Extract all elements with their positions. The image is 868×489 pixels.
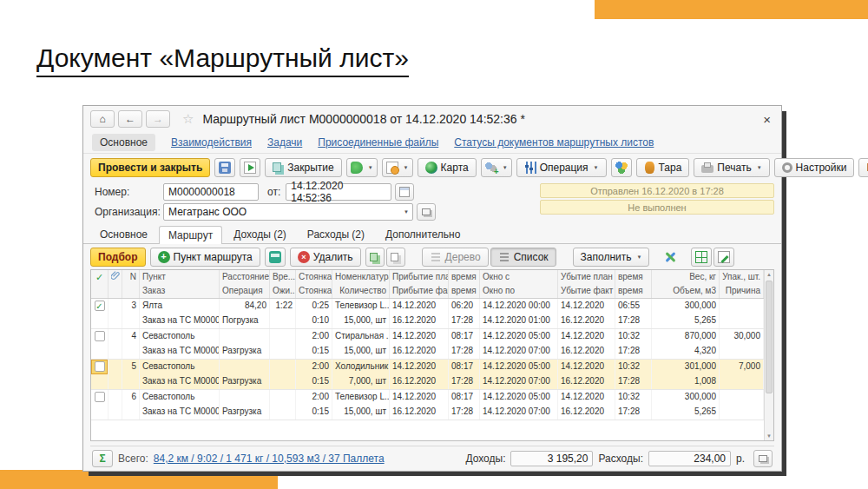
table-cell[interactable] [108, 390, 122, 405]
table-cell[interactable] [270, 374, 296, 389]
printer-button[interactable]: Печать▼ [694, 158, 769, 177]
table-cell[interactable]: 84,20 [220, 299, 270, 314]
more-button[interactable]: Еще▼ [858, 158, 868, 177]
table-cell[interactable] [122, 405, 140, 420]
table-cell[interactable]: 15,000, шт [332, 314, 390, 328]
table-cell[interactable]: 4 [122, 329, 140, 344]
table-cell[interactable]: 14.12.2020 07:00 [480, 405, 558, 420]
table-cell[interactable]: 17:28 [449, 314, 480, 328]
open-organization-button[interactable] [417, 203, 436, 221]
table-cell[interactable]: 1:22 [270, 299, 296, 314]
table-cell[interactable]: 14.12.2020 [390, 299, 449, 314]
scroll-up-icon[interactable]: ▲ [765, 270, 773, 279]
table-cell[interactable]: 4,320 [652, 344, 720, 359]
table-cell[interactable]: Севастополь [140, 390, 220, 405]
table-cell[interactable]: 1,008 [652, 374, 720, 389]
home-icon[interactable]: ⌂ [90, 110, 115, 128]
post-document-button[interactable] [240, 158, 260, 177]
table-cell[interactable]: Телевизор L... [332, 390, 390, 405]
copy-button[interactable] [365, 248, 385, 267]
table-cell[interactable]: ✓ [91, 299, 108, 314]
table-cell[interactable]: 14.12.2020 05:00 [480, 360, 558, 374]
table-cell[interactable]: Севастополь [140, 360, 220, 374]
delete-button[interactable]: ×Удалить [290, 248, 361, 267]
scrollbar-thumb[interactable] [766, 281, 773, 393]
table-cell[interactable]: 0:15 [296, 344, 332, 359]
nav-link[interactable]: Задачи [267, 136, 302, 149]
table-cell[interactable] [122, 344, 140, 359]
totals-link[interactable]: 84,2 км / 9:02 / 1 471 кг / 10,593 м3 / … [154, 453, 385, 465]
table-cell[interactable] [220, 390, 270, 405]
table-row[interactable]: 4Севастополь2:00Стиральная ...14.12.2020… [91, 329, 764, 360]
doc-tab[interactable]: Маршрут [159, 226, 222, 244]
gear-button[interactable]: Настройки [774, 158, 855, 177]
post-and-close-button[interactable]: Провести и закрыть [90, 158, 210, 177]
table-cell[interactable]: 16.12.2020 [390, 374, 449, 389]
table-cell[interactable]: 6 [122, 390, 140, 405]
save-button[interactable] [214, 158, 235, 177]
table-cell[interactable]: Разгрузка [220, 374, 270, 389]
table-cell[interactable]: Заказ на ТС М0000... [140, 314, 220, 328]
table-cell[interactable]: 0:25 [296, 299, 332, 314]
table-cell[interactable] [91, 344, 108, 359]
table-cell[interactable] [720, 374, 764, 389]
table-cell[interactable] [270, 314, 296, 328]
table-cell[interactable]: 5,265 [652, 314, 720, 328]
table-cell[interactable]: 0:15 [296, 374, 332, 389]
grid-settings-button[interactable] [691, 248, 712, 267]
table-cell[interactable] [108, 405, 122, 420]
table-cell[interactable] [220, 360, 270, 374]
table-cell[interactable]: 16.12.2020 [558, 405, 615, 420]
table-cell[interactable]: Разгрузка [220, 344, 270, 359]
nav-link[interactable]: Статусы документов маршрутных листов [454, 136, 654, 149]
table-cell[interactable] [108, 344, 122, 359]
table-cell[interactable]: 5 [122, 360, 140, 374]
table-cell[interactable]: Погрузка [220, 314, 270, 328]
table-cell[interactable]: 14.12.2020 01:00 [480, 314, 558, 328]
table-row-line[interactable]: 6Севастополь2:00Телевизор L...14.12.2020… [91, 390, 764, 405]
table-cell[interactable]: 17:28 [449, 405, 480, 420]
table-cell[interactable]: 30,000 [720, 329, 764, 344]
table-row-line[interactable]: 5Севастополь2:00Холодильник...14.12.2020… [91, 360, 764, 374]
table-cell[interactable]: 300,000 [652, 390, 720, 405]
resources-button[interactable] [611, 158, 632, 177]
table-cell[interactable]: 15,000, шт [332, 405, 390, 420]
vertical-scrollbar[interactable]: ▲ ▼ [764, 270, 773, 440]
closure-button[interactable]: Закрытие [265, 158, 341, 177]
table-cell[interactable]: 2:00 [296, 390, 332, 405]
table-row-line[interactable]: Заказ на ТС М0000...Погрузка0:1015,000, … [91, 314, 764, 328]
close-icon[interactable]: × [760, 112, 774, 127]
table-cell[interactable] [91, 390, 108, 405]
table-cell[interactable]: Заказ на ТС М0000... [140, 405, 220, 420]
table-cell[interactable] [122, 374, 140, 389]
row-checkbox[interactable]: ✓ [95, 301, 105, 311]
date-input[interactable]: 14.12.2020 14:52:36 [286, 183, 391, 201]
table-cell[interactable]: Заказ на ТС М0000... [140, 344, 220, 359]
globe-button[interactable]: Карта [418, 158, 477, 177]
table-cell[interactable]: 2:00 [296, 329, 332, 344]
nav-link[interactable]: Присоединенные файлы [318, 136, 438, 149]
table-cell[interactable]: 7,000 [720, 360, 764, 374]
table-cell[interactable]: 14.12.2020 [558, 390, 615, 405]
table-cell[interactable] [720, 405, 764, 420]
table-cell[interactable]: Телевизор L... [332, 299, 390, 314]
table-cell[interactable] [91, 329, 108, 344]
table-cell[interactable]: Разгрузка [220, 405, 270, 420]
table-cell[interactable] [108, 329, 122, 344]
table-cell[interactable]: 14.12.2020 07:00 [480, 374, 558, 389]
table-cell[interactable]: 17:28 [615, 314, 652, 328]
number-input[interactable]: М0000000018 [163, 183, 259, 201]
table-cell[interactable]: 17:28 [615, 344, 652, 359]
table-row-line[interactable]: 4Севастополь2:00Стиральная ...14.12.2020… [91, 329, 764, 344]
table-cell[interactable]: 08:17 [449, 360, 480, 374]
table-cell[interactable] [91, 314, 108, 328]
table-cell[interactable]: 14.12.2020 07:00 [480, 344, 558, 359]
table-cell[interactable]: 16.12.2020 [390, 344, 449, 359]
table-cell[interactable]: 17:28 [615, 374, 652, 389]
table-cell[interactable]: 870,000 [652, 329, 720, 344]
barrel-button[interactable]: Тара [636, 158, 690, 177]
table-cell[interactable] [91, 405, 108, 420]
table-cell[interactable]: 14.12.2020 [558, 329, 615, 344]
row-checkbox[interactable] [95, 361, 105, 372]
list-view-button[interactable]: Список [490, 248, 556, 267]
